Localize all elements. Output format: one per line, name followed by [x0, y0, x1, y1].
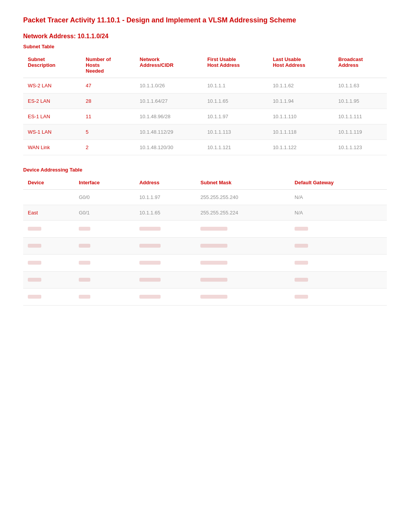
blurred-cell-address	[135, 289, 196, 306]
subnet-cell: 10.1.1.110	[268, 109, 334, 124]
blurred-cell-interface	[74, 238, 135, 255]
subnet-cell: 10.1.1.65	[203, 93, 268, 109]
subnet-cell: 11	[81, 109, 135, 124]
col-network-address: NetworkAddress/CIDR	[135, 53, 203, 78]
col-interface: Interface	[74, 176, 135, 190]
subnet-cell: WS-2 LAN	[23, 78, 81, 93]
device-cell-subnet_mask: 255.255.255.224	[196, 205, 290, 221]
device-table-row	[23, 289, 387, 306]
blurred-cell-interface	[74, 289, 135, 306]
device-cell-interface: G0/1	[74, 205, 135, 221]
device-table: Device Interface Address Subnet Mask Def…	[23, 176, 387, 306]
subnet-cell: 10.1.1.0/26	[135, 78, 203, 93]
blurred-cell-subnet_mask	[196, 255, 290, 272]
blurred-cell-subnet_mask	[196, 221, 290, 238]
blurred-cell-device	[23, 272, 74, 289]
blurred-cell-gateway	[290, 255, 387, 272]
device-table-row: G0/010.1.1.97255.255.255.240N/A	[23, 190, 387, 205]
subnet-cell: 10.1.1.97	[203, 109, 268, 124]
blurred-cell-device	[23, 289, 74, 306]
col-subnet-description: SubnetDescription	[23, 53, 81, 78]
device-cell-subnet_mask: 255.255.255.240	[196, 190, 290, 205]
blurred-cell-address	[135, 255, 196, 272]
col-gateway: Default Gateway	[290, 176, 387, 190]
blurred-cell-interface	[74, 272, 135, 289]
col-broadcast: BroadcastAddress	[334, 53, 387, 78]
device-cell-device	[23, 190, 74, 205]
subnet-table-row: WS-2 LAN4710.1.1.0/2610.1.1.110.1.1.6210…	[23, 78, 387, 93]
blurred-cell-gateway	[290, 289, 387, 306]
blurred-cell-subnet_mask	[196, 272, 290, 289]
blurred-cell-interface	[74, 221, 135, 238]
device-cell-gateway: N/A	[290, 205, 387, 221]
subnet-cell: 10.1.1.62	[268, 78, 334, 93]
device-table-row	[23, 221, 387, 238]
col-address: Address	[135, 176, 196, 190]
blurred-cell-device	[23, 238, 74, 255]
subnet-cell: ES-1 LAN	[23, 109, 81, 124]
subnet-cell: 10.1.1.94	[268, 93, 334, 109]
subnet-cell: 10.1.1.1	[203, 78, 268, 93]
blurred-cell-gateway	[290, 272, 387, 289]
device-table-label: Device Addressing Table	[23, 167, 387, 173]
subnet-cell: 10.1.1.123	[334, 140, 387, 155]
blurred-cell-subnet_mask	[196, 238, 290, 255]
subnet-cell: 10.1.48.96/28	[135, 109, 203, 124]
blurred-cell-device	[23, 221, 74, 238]
blurred-cell-interface	[74, 255, 135, 272]
device-table-row	[23, 238, 387, 255]
blurred-cell-device	[23, 255, 74, 272]
col-subnet-mask: Subnet Mask	[196, 176, 290, 190]
subnet-cell: 10.1.1.122	[268, 140, 334, 155]
device-cell-address: 10.1.1.65	[135, 205, 196, 221]
subnet-cell: 47	[81, 78, 135, 93]
subnet-cell: 10.1.1.118	[268, 124, 334, 140]
subnet-cell: WAN Link	[23, 140, 81, 155]
device-table-header-row: Device Interface Address Subnet Mask Def…	[23, 176, 387, 190]
subnet-cell: 28	[81, 93, 135, 109]
device-table-row	[23, 272, 387, 289]
subnet-cell: 10.1.1.119	[334, 124, 387, 140]
subnet-cell: 10.1.1.95	[334, 93, 387, 109]
col-hosts-needed: Number ofHostsNeeded	[81, 53, 135, 78]
network-address: Network Address: 10.1.1.0/24	[23, 33, 387, 40]
subnet-cell: 10.1.48.120/30	[135, 140, 203, 155]
device-cell-address: 10.1.1.97	[135, 190, 196, 205]
device-cell-device: East	[23, 205, 74, 221]
subnet-table-row: ES-2 LAN2810.1.1.64/2710.1.1.6510.1.1.94…	[23, 93, 387, 109]
subnet-cell: 10.1.1.121	[203, 140, 268, 155]
subnet-table: SubnetDescription Number ofHostsNeeded N…	[23, 53, 387, 155]
device-table-row: EastG0/110.1.1.65255.255.255.224N/A	[23, 205, 387, 221]
subnet-table-label: Subnet Table	[23, 44, 387, 49]
subnet-cell: 5	[81, 124, 135, 140]
subnet-cell: WS-1 LAN	[23, 124, 81, 140]
blurred-cell-gateway	[290, 238, 387, 255]
col-first-host: First UsableHost Address	[203, 53, 268, 78]
subnet-cell: 10.1.1.113	[203, 124, 268, 140]
col-last-host: Last UsableHost Address	[268, 53, 334, 78]
col-device: Device	[23, 176, 74, 190]
subnet-cell: 10.1.1.64/27	[135, 93, 203, 109]
subnet-cell: 10.1.48.112/29	[135, 124, 203, 140]
device-table-row	[23, 255, 387, 272]
subnet-table-header-row: SubnetDescription Number ofHostsNeeded N…	[23, 53, 387, 78]
subnet-cell: 10.1.1.111	[334, 109, 387, 124]
subnet-cell: 2	[81, 140, 135, 155]
subnet-cell: 10.1.1.63	[334, 78, 387, 93]
subnet-table-row: ES-1 LAN1110.1.48.96/2810.1.1.9710.1.1.1…	[23, 109, 387, 124]
subnet-cell: ES-2 LAN	[23, 93, 81, 109]
page-title: Packet Tracer Activity 11.10.1 - Design …	[23, 15, 387, 25]
blurred-cell-address	[135, 221, 196, 238]
blurred-cell-address	[135, 238, 196, 255]
subnet-table-row: WAN Link210.1.48.120/3010.1.1.12110.1.1.…	[23, 140, 387, 155]
blurred-cell-subnet_mask	[196, 289, 290, 306]
blurred-cell-gateway	[290, 221, 387, 238]
blurred-cell-address	[135, 272, 196, 289]
device-cell-interface: G0/0	[74, 190, 135, 205]
device-cell-gateway: N/A	[290, 190, 387, 205]
subnet-table-row: WS-1 LAN510.1.48.112/2910.1.1.11310.1.1.…	[23, 124, 387, 140]
